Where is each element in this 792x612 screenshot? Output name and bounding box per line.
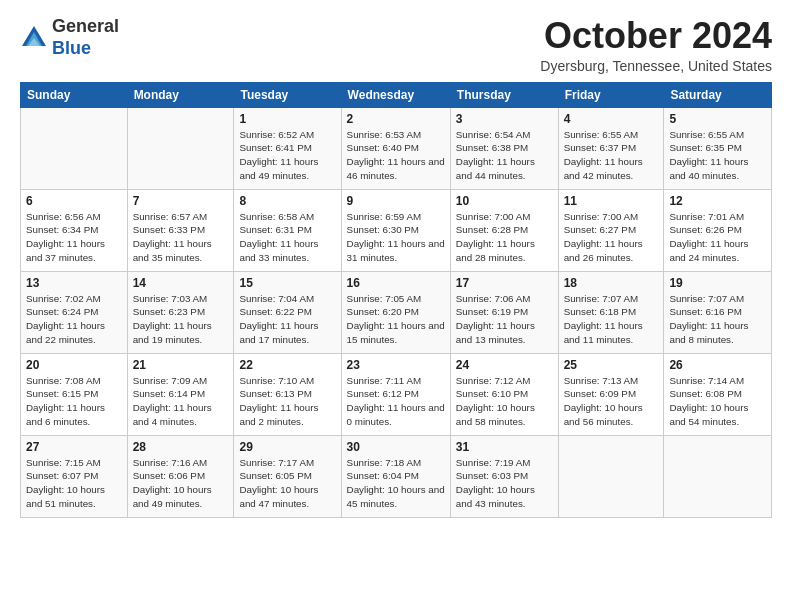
day-info: Sunrise: 6:56 AM Sunset: 6:34 PM Dayligh… bbox=[26, 210, 122, 265]
header-row: SundayMondayTuesdayWednesdayThursdayFrid… bbox=[21, 82, 772, 107]
day-info: Sunrise: 7:07 AM Sunset: 6:16 PM Dayligh… bbox=[669, 292, 766, 347]
calendar-cell: 9Sunrise: 6:59 AM Sunset: 6:30 PM Daylig… bbox=[341, 189, 450, 271]
day-info: Sunrise: 7:05 AM Sunset: 6:20 PM Dayligh… bbox=[347, 292, 445, 347]
day-number: 9 bbox=[347, 194, 445, 208]
day-info: Sunrise: 6:54 AM Sunset: 6:38 PM Dayligh… bbox=[456, 128, 553, 183]
header-sunday: Sunday bbox=[21, 82, 128, 107]
calendar-cell bbox=[127, 107, 234, 189]
day-number: 6 bbox=[26, 194, 122, 208]
header-wednesday: Wednesday bbox=[341, 82, 450, 107]
day-info: Sunrise: 7:09 AM Sunset: 6:14 PM Dayligh… bbox=[133, 374, 229, 429]
header-saturday: Saturday bbox=[664, 82, 772, 107]
day-info: Sunrise: 7:01 AM Sunset: 6:26 PM Dayligh… bbox=[669, 210, 766, 265]
calendar-cell: 22Sunrise: 7:10 AM Sunset: 6:13 PM Dayli… bbox=[234, 353, 341, 435]
day-info: Sunrise: 7:12 AM Sunset: 6:10 PM Dayligh… bbox=[456, 374, 553, 429]
day-number: 11 bbox=[564, 194, 659, 208]
day-number: 30 bbox=[347, 440, 445, 454]
calendar-cell: 26Sunrise: 7:14 AM Sunset: 6:08 PM Dayli… bbox=[664, 353, 772, 435]
calendar-cell: 12Sunrise: 7:01 AM Sunset: 6:26 PM Dayli… bbox=[664, 189, 772, 271]
week-row-5: 27Sunrise: 7:15 AM Sunset: 6:07 PM Dayli… bbox=[21, 435, 772, 517]
day-number: 10 bbox=[456, 194, 553, 208]
day-number: 3 bbox=[456, 112, 553, 126]
day-number: 27 bbox=[26, 440, 122, 454]
day-number: 7 bbox=[133, 194, 229, 208]
month-title: October 2024 bbox=[540, 16, 772, 56]
calendar-cell: 13Sunrise: 7:02 AM Sunset: 6:24 PM Dayli… bbox=[21, 271, 128, 353]
day-number: 25 bbox=[564, 358, 659, 372]
day-info: Sunrise: 7:10 AM Sunset: 6:13 PM Dayligh… bbox=[239, 374, 335, 429]
calendar-cell: 28Sunrise: 7:16 AM Sunset: 6:06 PM Dayli… bbox=[127, 435, 234, 517]
day-number: 18 bbox=[564, 276, 659, 290]
day-info: Sunrise: 7:13 AM Sunset: 6:09 PM Dayligh… bbox=[564, 374, 659, 429]
day-info: Sunrise: 6:55 AM Sunset: 6:37 PM Dayligh… bbox=[564, 128, 659, 183]
day-number: 20 bbox=[26, 358, 122, 372]
calendar-cell: 8Sunrise: 6:58 AM Sunset: 6:31 PM Daylig… bbox=[234, 189, 341, 271]
day-info: Sunrise: 7:15 AM Sunset: 6:07 PM Dayligh… bbox=[26, 456, 122, 511]
day-number: 1 bbox=[239, 112, 335, 126]
logo-general: General bbox=[52, 16, 119, 36]
day-info: Sunrise: 6:55 AM Sunset: 6:35 PM Dayligh… bbox=[669, 128, 766, 183]
day-info: Sunrise: 6:52 AM Sunset: 6:41 PM Dayligh… bbox=[239, 128, 335, 183]
calendar-header: SundayMondayTuesdayWednesdayThursdayFrid… bbox=[21, 82, 772, 107]
day-info: Sunrise: 7:08 AM Sunset: 6:15 PM Dayligh… bbox=[26, 374, 122, 429]
day-info: Sunrise: 7:06 AM Sunset: 6:19 PM Dayligh… bbox=[456, 292, 553, 347]
calendar-cell: 5Sunrise: 6:55 AM Sunset: 6:35 PM Daylig… bbox=[664, 107, 772, 189]
calendar-cell bbox=[21, 107, 128, 189]
day-info: Sunrise: 7:11 AM Sunset: 6:12 PM Dayligh… bbox=[347, 374, 445, 429]
calendar-cell: 30Sunrise: 7:18 AM Sunset: 6:04 PM Dayli… bbox=[341, 435, 450, 517]
day-number: 15 bbox=[239, 276, 335, 290]
calendar-cell: 18Sunrise: 7:07 AM Sunset: 6:18 PM Dayli… bbox=[558, 271, 664, 353]
calendar-cell: 7Sunrise: 6:57 AM Sunset: 6:33 PM Daylig… bbox=[127, 189, 234, 271]
day-info: Sunrise: 7:00 AM Sunset: 6:28 PM Dayligh… bbox=[456, 210, 553, 265]
calendar-cell: 11Sunrise: 7:00 AM Sunset: 6:27 PM Dayli… bbox=[558, 189, 664, 271]
week-row-3: 13Sunrise: 7:02 AM Sunset: 6:24 PM Dayli… bbox=[21, 271, 772, 353]
day-number: 8 bbox=[239, 194, 335, 208]
calendar-cell: 4Sunrise: 6:55 AM Sunset: 6:37 PM Daylig… bbox=[558, 107, 664, 189]
calendar-cell: 21Sunrise: 7:09 AM Sunset: 6:14 PM Dayli… bbox=[127, 353, 234, 435]
calendar-cell: 29Sunrise: 7:17 AM Sunset: 6:05 PM Dayli… bbox=[234, 435, 341, 517]
calendar-cell bbox=[664, 435, 772, 517]
header-friday: Friday bbox=[558, 82, 664, 107]
logo: General Blue bbox=[20, 16, 119, 59]
calendar-cell bbox=[558, 435, 664, 517]
day-number: 5 bbox=[669, 112, 766, 126]
day-info: Sunrise: 6:57 AM Sunset: 6:33 PM Dayligh… bbox=[133, 210, 229, 265]
week-row-4: 20Sunrise: 7:08 AM Sunset: 6:15 PM Dayli… bbox=[21, 353, 772, 435]
day-number: 21 bbox=[133, 358, 229, 372]
calendar-cell: 27Sunrise: 7:15 AM Sunset: 6:07 PM Dayli… bbox=[21, 435, 128, 517]
day-info: Sunrise: 7:18 AM Sunset: 6:04 PM Dayligh… bbox=[347, 456, 445, 511]
logo-icon bbox=[20, 24, 48, 52]
day-info: Sunrise: 7:00 AM Sunset: 6:27 PM Dayligh… bbox=[564, 210, 659, 265]
calendar-cell: 14Sunrise: 7:03 AM Sunset: 6:23 PM Dayli… bbox=[127, 271, 234, 353]
logo-text: General Blue bbox=[52, 16, 119, 59]
header-thursday: Thursday bbox=[450, 82, 558, 107]
calendar-cell: 25Sunrise: 7:13 AM Sunset: 6:09 PM Dayli… bbox=[558, 353, 664, 435]
day-info: Sunrise: 6:59 AM Sunset: 6:30 PM Dayligh… bbox=[347, 210, 445, 265]
calendar-cell: 3Sunrise: 6:54 AM Sunset: 6:38 PM Daylig… bbox=[450, 107, 558, 189]
day-number: 17 bbox=[456, 276, 553, 290]
day-number: 28 bbox=[133, 440, 229, 454]
day-info: Sunrise: 7:16 AM Sunset: 6:06 PM Dayligh… bbox=[133, 456, 229, 511]
week-row-2: 6Sunrise: 6:56 AM Sunset: 6:34 PM Daylig… bbox=[21, 189, 772, 271]
day-number: 4 bbox=[564, 112, 659, 126]
day-info: Sunrise: 7:07 AM Sunset: 6:18 PM Dayligh… bbox=[564, 292, 659, 347]
location: Dyersburg, Tennessee, United States bbox=[540, 58, 772, 74]
day-info: Sunrise: 7:02 AM Sunset: 6:24 PM Dayligh… bbox=[26, 292, 122, 347]
calendar-cell: 19Sunrise: 7:07 AM Sunset: 6:16 PM Dayli… bbox=[664, 271, 772, 353]
header-tuesday: Tuesday bbox=[234, 82, 341, 107]
day-number: 12 bbox=[669, 194, 766, 208]
calendar-cell: 15Sunrise: 7:04 AM Sunset: 6:22 PM Dayli… bbox=[234, 271, 341, 353]
day-number: 26 bbox=[669, 358, 766, 372]
calendar-body: 1Sunrise: 6:52 AM Sunset: 6:41 PM Daylig… bbox=[21, 107, 772, 517]
calendar-cell: 31Sunrise: 7:19 AM Sunset: 6:03 PM Dayli… bbox=[450, 435, 558, 517]
day-number: 13 bbox=[26, 276, 122, 290]
day-info: Sunrise: 6:58 AM Sunset: 6:31 PM Dayligh… bbox=[239, 210, 335, 265]
day-number: 19 bbox=[669, 276, 766, 290]
logo-blue: Blue bbox=[52, 38, 91, 58]
header-monday: Monday bbox=[127, 82, 234, 107]
day-number: 2 bbox=[347, 112, 445, 126]
calendar: SundayMondayTuesdayWednesdayThursdayFrid… bbox=[20, 82, 772, 518]
calendar-cell: 10Sunrise: 7:00 AM Sunset: 6:28 PM Dayli… bbox=[450, 189, 558, 271]
title-block: October 2024 Dyersburg, Tennessee, Unite… bbox=[540, 16, 772, 74]
page: General Blue October 2024 Dyersburg, Ten… bbox=[0, 0, 792, 612]
